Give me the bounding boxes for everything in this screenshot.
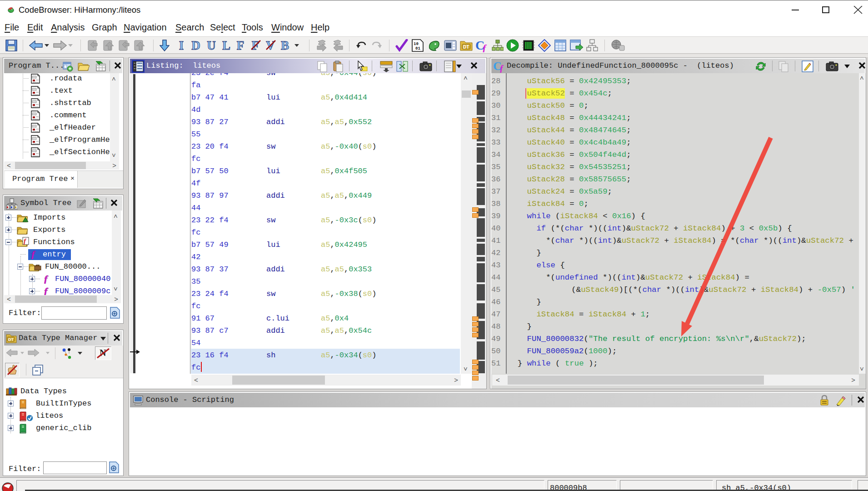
svg-text:DT: DT — [463, 45, 469, 50]
svg-text:I: I — [179, 39, 184, 52]
svg-text:L: L — [222, 39, 230, 52]
svg-text:B: B — [281, 39, 289, 52]
svg-text:F: F — [237, 39, 244, 52]
svg-text:10: 10 — [414, 42, 419, 46]
svg-text:U: U — [207, 39, 216, 52]
svg-text:D: D — [191, 39, 200, 52]
svg-text:f: f — [500, 64, 504, 73]
svg-text:01: 01 — [415, 46, 420, 51]
svg-text:f: f — [483, 42, 487, 52]
svg-text:DT: DT — [8, 337, 14, 342]
